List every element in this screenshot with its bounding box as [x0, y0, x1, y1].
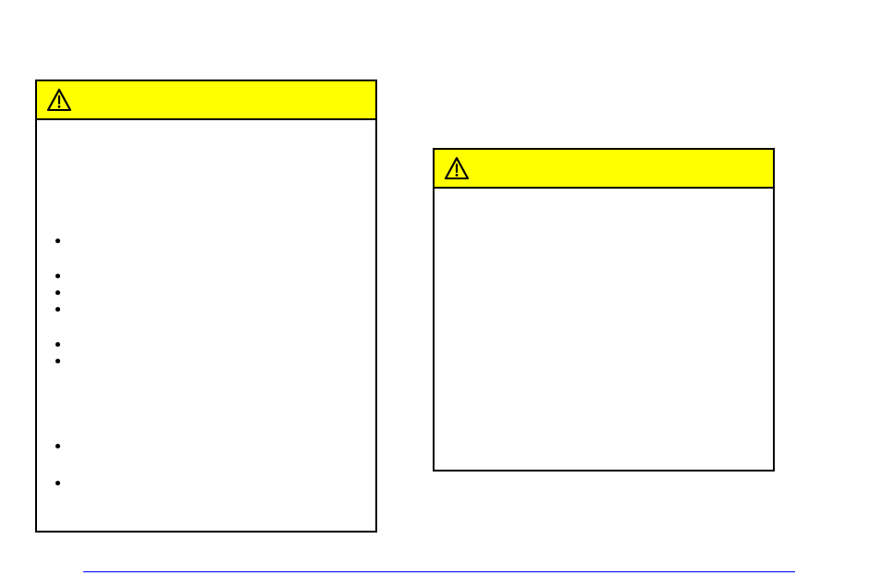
- warning-box-right-header: [435, 150, 773, 189]
- warning-box-left-header: [37, 81, 375, 120]
- warning-box-left: [35, 80, 377, 533]
- bullet: [55, 290, 60, 295]
- bullet: [55, 444, 60, 448]
- warning-icon: [46, 88, 72, 112]
- bullet: [55, 307, 60, 312]
- svg-point-1: [58, 105, 61, 108]
- bullet: [55, 342, 60, 347]
- footer-divider: [83, 571, 795, 572]
- warning-box-right: [433, 148, 775, 472]
- bullet: [55, 274, 60, 278]
- bullet: [55, 239, 60, 243]
- bullet: [55, 481, 60, 485]
- warning-icon: [444, 156, 470, 180]
- bullet: [55, 359, 60, 363]
- svg-point-3: [456, 174, 459, 177]
